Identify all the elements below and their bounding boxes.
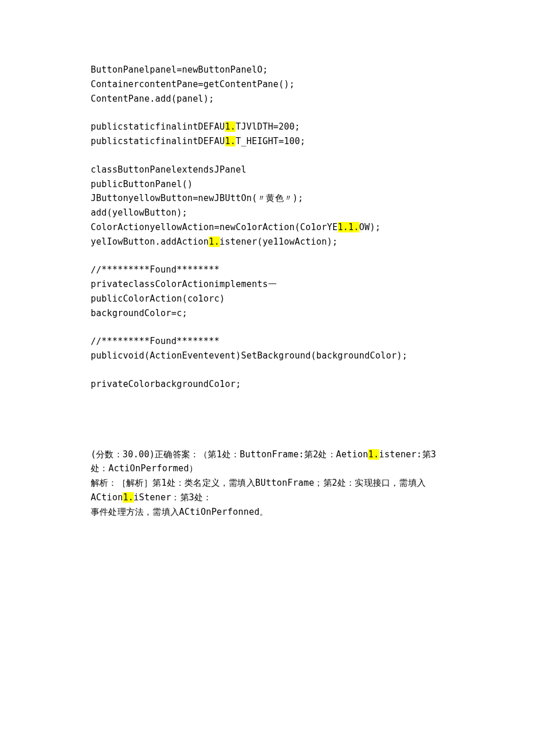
blank-line [91, 106, 444, 120]
highlight-text: 1. [123, 492, 133, 503]
code-text: TJVlDTH=200; [236, 121, 300, 132]
highlight-text: 1. [209, 237, 219, 247]
code-line: publicvoid(ActionEventevent)SetBackgroun… [91, 349, 444, 363]
code-text: istener(ye11owAction); [220, 237, 338, 247]
code-line: ButtonPanelpanel=newButtonPanelO; [91, 63, 444, 77]
answer-line: 事件处理方法，需填入ACtiOnPerfonned。 [91, 505, 444, 519]
code-line: backgroundColor=c; [91, 306, 444, 321]
code-line: ∕∕*********Found******** [91, 263, 444, 277]
blank-line [91, 149, 444, 163]
code-line: yelIowButton.addAction1.istener(ye11owAc… [91, 235, 444, 249]
answer-line: (分数：30.00)正确答案：（第1处：ButtonFrame:第2处：Aeti… [91, 447, 444, 476]
answer-text: iStener：第3处： [134, 492, 212, 503]
highlight-text: 1. [225, 121, 236, 132]
code-line: ContainercontentPane=getContentPane(); [91, 77, 444, 92]
code-line: publicstaticfinalintDEFAU1.T_HEIGHT=100; [91, 134, 444, 149]
document-page: ButtonPanelpanel=newButtonPanelO; Contai… [0, 0, 535, 756]
code-text: publicstaticfinalintDEFAU [91, 121, 225, 132]
blank-line [91, 320, 444, 334]
code-line: ContentPane.add(panel); [91, 92, 444, 106]
code-line: publicstaticfinalintDEFAU1.TJVlDTH=200; [91, 120, 444, 134]
code-line: ColorActionyellowAction=newCo1orAction(C… [91, 220, 444, 235]
highlight-text: 1. [368, 449, 379, 460]
code-line: privateColorbackgroundCo1or; [91, 377, 444, 392]
code-line: publicColorAction(co1orc) [91, 292, 444, 306]
code-line: JButtonyellowButton=newJBUttOn(〃黄色〃); [91, 191, 444, 206]
code-text: publicstaticfinalintDEFAU [91, 136, 225, 146]
code-line: classButtonPanelextendsJPanel [91, 163, 444, 177]
code-line: ∕∕*********Found******** [91, 334, 444, 349]
blank-line [91, 249, 444, 263]
code-line: privateclassColorActionimplements一 [91, 277, 444, 292]
code-text: ColorActionyellowAction=newCo1orAction(C… [91, 222, 338, 232]
answer-block: (分数：30.00)正确答案：（第1处：ButtonFrame:第2处：Aeti… [91, 447, 444, 519]
answer-line: 解析：［解析］第1处：类名定义，需填入BUttonFrame；第2处：实现接口，… [91, 476, 444, 505]
code-text: T_HEIGHT=100; [236, 136, 305, 146]
answer-text: (分数：30.00)正确答案：（第1处：ButtonFrame:第2处：Aeti… [91, 449, 368, 460]
highlight-text: 1. [225, 136, 236, 146]
code-line: add(yellowButton); [91, 206, 444, 220]
blank-line [91, 363, 444, 377]
highlight-text: 1.1. [338, 222, 359, 232]
code-text: yelIowButton.addAction [91, 237, 209, 247]
code-line: publicButtonPanel() [91, 177, 444, 192]
code-text: OW); [359, 222, 381, 232]
